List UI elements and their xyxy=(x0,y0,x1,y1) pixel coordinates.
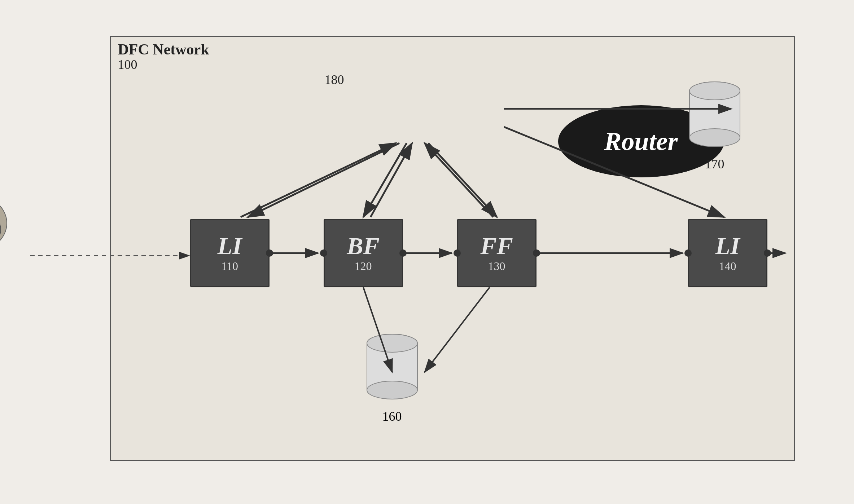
svg-line-21 xyxy=(248,143,399,217)
svg-line-30 xyxy=(425,287,490,372)
dfc-label: DFC Network 100 xyxy=(118,41,209,72)
svg-point-31 xyxy=(0,194,7,252)
svg-point-6 xyxy=(367,381,417,399)
db-170-container: 170 xyxy=(686,80,744,172)
db-160-container: 160 xyxy=(363,332,421,424)
db-170-icon xyxy=(686,80,744,152)
telephone-container: 190 xyxy=(0,184,12,275)
block-li1: LI 110 xyxy=(190,219,270,287)
telephone-icon xyxy=(0,184,12,256)
dfc-network-box: DFC Network 100 Router 180 170 xyxy=(110,36,795,461)
svg-point-3 xyxy=(689,82,740,100)
block-li2: LI 140 xyxy=(688,219,767,287)
svg-line-26 xyxy=(425,143,493,217)
block-ff: FF 130 xyxy=(457,219,537,287)
db-160-icon xyxy=(363,332,421,404)
svg-line-23 xyxy=(363,143,407,217)
svg-point-7 xyxy=(367,334,417,352)
svg-line-22 xyxy=(241,143,396,217)
svg-point-2 xyxy=(689,129,740,147)
diagram-area: DFC Network 100 Router 180 170 xyxy=(30,18,824,486)
svg-line-25 xyxy=(428,143,497,217)
page: DFC Network 100 Router 180 170 xyxy=(0,0,854,504)
svg-line-24 xyxy=(371,143,412,217)
block-bf: BF 120 xyxy=(324,219,403,287)
